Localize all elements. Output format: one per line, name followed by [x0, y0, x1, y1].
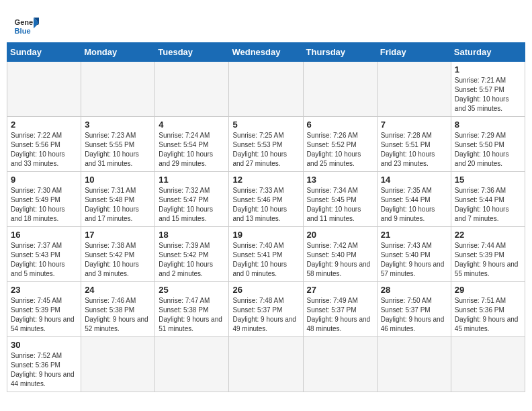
day-cell: 1Sunrise: 7:21 AM Sunset: 5:57 PM Daylig… — [451, 62, 525, 117]
day-info: Sunrise: 7:39 AM Sunset: 5:42 PM Dayligh… — [159, 241, 225, 279]
day-cell — [155, 337, 229, 392]
day-cell — [155, 62, 229, 117]
day-cell — [377, 62, 451, 117]
day-cell: 5Sunrise: 7:25 AM Sunset: 5:53 PM Daylig… — [229, 117, 303, 172]
day-number: 3 — [85, 120, 151, 130]
day-cell — [81, 337, 155, 392]
day-number: 8 — [455, 120, 521, 130]
day-info: Sunrise: 7:49 AM Sunset: 5:37 PM Dayligh… — [307, 296, 373, 334]
day-cell: 6Sunrise: 7:26 AM Sunset: 5:52 PM Daylig… — [303, 117, 377, 172]
day-number: 22 — [455, 230, 521, 240]
calendar-table: SundayMondayTuesdayWednesdayThursdayFrid… — [7, 42, 525, 392]
day-number: 30 — [11, 340, 77, 350]
day-cell: 2Sunrise: 7:22 AM Sunset: 5:56 PM Daylig… — [7, 117, 81, 172]
day-cell — [303, 62, 377, 117]
day-cell: 21Sunrise: 7:43 AM Sunset: 5:40 PM Dayli… — [377, 227, 451, 282]
day-number: 5 — [232, 120, 299, 130]
day-info: Sunrise: 7:31 AM Sunset: 5:48 PM Dayligh… — [85, 186, 151, 224]
day-info: Sunrise: 7:45 AM Sunset: 5:39 PM Dayligh… — [11, 296, 77, 334]
day-number: 19 — [232, 230, 299, 240]
svg-text:Blue: Blue — [15, 27, 31, 35]
day-number: 1 — [455, 64, 521, 75]
day-cell: 26Sunrise: 7:48 AM Sunset: 5:37 PM Dayli… — [229, 282, 303, 337]
week-row-4: 16Sunrise: 7:37 AM Sunset: 5:43 PM Dayli… — [7, 227, 525, 282]
day-info: Sunrise: 7:35 AM Sunset: 5:44 PM Dayligh… — [381, 186, 447, 224]
day-number: 18 — [159, 230, 225, 240]
day-cell: 18Sunrise: 7:39 AM Sunset: 5:42 PM Dayli… — [155, 227, 229, 282]
page-header: General Blue — [7, 7, 525, 42]
day-number: 21 — [381, 230, 447, 240]
day-number: 14 — [381, 175, 447, 185]
day-cell — [451, 337, 525, 392]
day-cell — [81, 62, 155, 117]
day-cell: 19Sunrise: 7:40 AM Sunset: 5:41 PM Dayli… — [229, 227, 303, 282]
day-number: 17 — [85, 230, 151, 240]
day-number: 25 — [159, 285, 225, 295]
day-number: 4 — [159, 120, 225, 130]
day-cell: 10Sunrise: 7:31 AM Sunset: 5:48 PM Dayli… — [81, 172, 155, 227]
day-cell: 7Sunrise: 7:28 AM Sunset: 5:51 PM Daylig… — [377, 117, 451, 172]
day-number: 27 — [307, 285, 373, 295]
day-number: 20 — [307, 230, 373, 240]
day-number: 2 — [11, 120, 77, 130]
weekday-wednesday: Wednesday — [229, 43, 303, 62]
day-cell: 17Sunrise: 7:38 AM Sunset: 5:42 PM Dayli… — [81, 227, 155, 282]
day-info: Sunrise: 7:47 AM Sunset: 5:38 PM Dayligh… — [159, 296, 225, 334]
day-info: Sunrise: 7:34 AM Sunset: 5:45 PM Dayligh… — [307, 186, 373, 224]
day-info: Sunrise: 7:30 AM Sunset: 5:49 PM Dayligh… — [11, 186, 77, 224]
weekday-monday: Monday — [81, 43, 155, 62]
day-info: Sunrise: 7:24 AM Sunset: 5:54 PM Dayligh… — [159, 131, 225, 169]
day-info: Sunrise: 7:32 AM Sunset: 5:47 PM Dayligh… — [159, 186, 225, 224]
day-cell — [229, 337, 303, 392]
day-info: Sunrise: 7:36 AM Sunset: 5:44 PM Dayligh… — [455, 186, 521, 224]
day-number: 15 — [455, 175, 521, 185]
day-info: Sunrise: 7:38 AM Sunset: 5:42 PM Dayligh… — [85, 241, 151, 279]
weekday-sunday: Sunday — [7, 43, 81, 62]
day-number: 12 — [232, 175, 299, 185]
logo: General Blue — [13, 13, 39, 39]
day-cell: 27Sunrise: 7:49 AM Sunset: 5:37 PM Dayli… — [303, 282, 377, 337]
day-cell: 29Sunrise: 7:51 AM Sunset: 5:36 PM Dayli… — [451, 282, 525, 337]
weekday-saturday: Saturday — [451, 43, 525, 62]
week-row-2: 2Sunrise: 7:22 AM Sunset: 5:56 PM Daylig… — [7, 117, 525, 172]
day-number: 6 — [307, 120, 373, 130]
day-info: Sunrise: 7:22 AM Sunset: 5:56 PM Dayligh… — [11, 131, 77, 169]
week-row-5: 23Sunrise: 7:45 AM Sunset: 5:39 PM Dayli… — [7, 282, 525, 337]
day-cell: 16Sunrise: 7:37 AM Sunset: 5:43 PM Dayli… — [7, 227, 81, 282]
day-info: Sunrise: 7:43 AM Sunset: 5:40 PM Dayligh… — [381, 241, 447, 279]
day-cell: 24Sunrise: 7:46 AM Sunset: 5:38 PM Dayli… — [81, 282, 155, 337]
day-info: Sunrise: 7:29 AM Sunset: 5:50 PM Dayligh… — [455, 131, 521, 169]
day-number: 16 — [11, 230, 77, 240]
day-number: 29 — [455, 285, 521, 295]
day-info: Sunrise: 7:25 AM Sunset: 5:53 PM Dayligh… — [232, 131, 299, 169]
weekday-tuesday: Tuesday — [155, 43, 229, 62]
day-number: 9 — [11, 175, 77, 185]
weekday-thursday: Thursday — [303, 43, 377, 62]
day-info: Sunrise: 7:44 AM Sunset: 5:39 PM Dayligh… — [455, 241, 521, 279]
day-number: 13 — [307, 175, 373, 185]
day-cell: 12Sunrise: 7:33 AM Sunset: 5:46 PM Dayli… — [229, 172, 303, 227]
day-cell: 23Sunrise: 7:45 AM Sunset: 5:39 PM Dayli… — [7, 282, 81, 337]
day-cell — [7, 62, 81, 117]
week-row-1: 1Sunrise: 7:21 AM Sunset: 5:57 PM Daylig… — [7, 62, 525, 117]
day-number: 11 — [159, 175, 225, 185]
weekday-friday: Friday — [377, 43, 451, 62]
day-number: 23 — [11, 285, 77, 295]
day-cell: 25Sunrise: 7:47 AM Sunset: 5:38 PM Dayli… — [155, 282, 229, 337]
logo-icon: General Blue — [13, 13, 39, 39]
day-number: 26 — [232, 285, 299, 295]
day-cell: 22Sunrise: 7:44 AM Sunset: 5:39 PM Dayli… — [451, 227, 525, 282]
day-cell — [303, 337, 377, 392]
day-number: 7 — [381, 120, 447, 130]
day-info: Sunrise: 7:26 AM Sunset: 5:52 PM Dayligh… — [307, 131, 373, 169]
day-cell: 3Sunrise: 7:23 AM Sunset: 5:55 PM Daylig… — [81, 117, 155, 172]
day-info: Sunrise: 7:52 AM Sunset: 5:36 PM Dayligh… — [11, 351, 77, 389]
day-info: Sunrise: 7:51 AM Sunset: 5:36 PM Dayligh… — [455, 296, 521, 334]
day-cell — [377, 337, 451, 392]
day-number: 24 — [85, 285, 151, 295]
day-cell: 15Sunrise: 7:36 AM Sunset: 5:44 PM Dayli… — [451, 172, 525, 227]
week-row-3: 9Sunrise: 7:30 AM Sunset: 5:49 PM Daylig… — [7, 172, 525, 227]
day-info: Sunrise: 7:50 AM Sunset: 5:37 PM Dayligh… — [381, 296, 447, 334]
day-cell: 28Sunrise: 7:50 AM Sunset: 5:37 PM Dayli… — [377, 282, 451, 337]
day-cell: 30Sunrise: 7:52 AM Sunset: 5:36 PM Dayli… — [7, 337, 81, 392]
